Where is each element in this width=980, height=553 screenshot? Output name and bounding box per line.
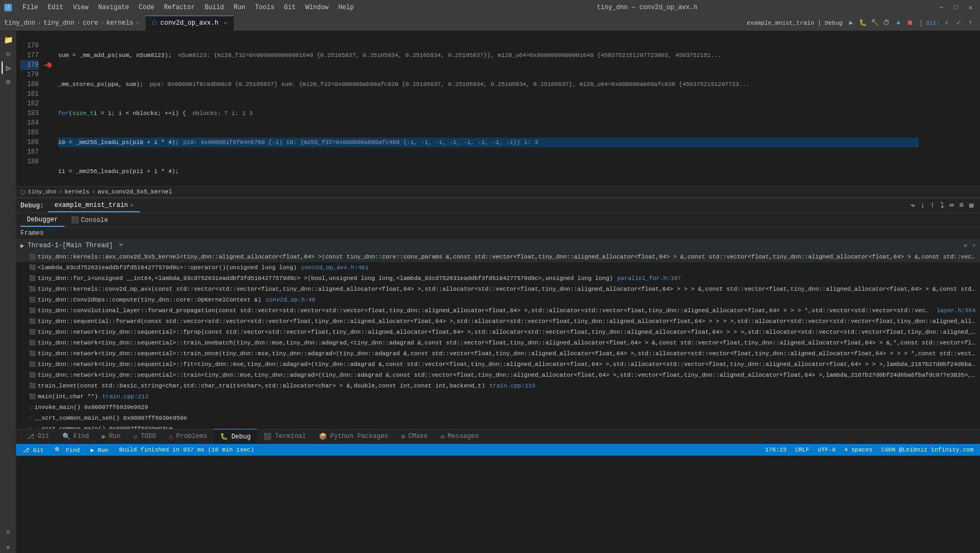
frame-11[interactable]: ⬛ tiny_dnn::network<tiny_dnn::sequential… [16,370,980,380]
breadcrumb-core[interactable]: core [83,19,98,27]
coverage-button[interactable]: ◈ [893,18,904,28]
menu-refactor[interactable]: Refactor [160,3,200,12]
tab-cmake[interactable]: ⚙ CMake [395,429,434,444]
bc-tiny-dnn[interactable]: tiny_dnn [28,189,56,195]
status-indent[interactable]: 4 spaces [842,447,875,453]
app-icon: J [4,4,12,11]
stop-button[interactable]: ⏹ [905,18,915,28]
code-content[interactable]: sum = _mm_add_ps(sum, nSum8123); nSum812… [54,31,980,186]
debug-frames-content[interactable]: ▶ Thread-1-[Main Thread] ⊕ + ⬛ tiny_dnn:… [16,240,980,429]
tab-run[interactable]: ▶ Run [95,429,127,444]
build-button[interactable]: 🔨 [869,18,880,28]
frame-14[interactable]: □ invoke_main() 0x00007ff6939e9629 [16,402,980,413]
frame-4[interactable]: ⬛ tiny_dnn::Conv2dOps::compute(tiny_dnn:… [16,295,980,305]
debug-evaluate[interactable]: ⌨ [947,201,956,210]
git-check1[interactable]: ✓ [941,18,952,28]
status-run[interactable]: ▶ Run [88,447,110,454]
frame-loc-12: train.cpp:115 [489,383,536,389]
menu-navigate[interactable]: Navigate [94,3,133,12]
profile-button[interactable]: ⏱ [881,18,892,28]
minimize-button[interactable]: ─ [936,4,946,11]
menu-file[interactable]: File [18,3,42,12]
activity-structure[interactable]: ≡ [2,526,15,539]
debug-vars-view[interactable]: ⊞ [967,201,976,210]
debug-step-into[interactable]: ↓ [918,201,927,210]
activity-commit[interactable]: ⊙ [2,47,15,60]
frame-5[interactable]: ⬛ tiny_dnn::convolutional_layer::forward… [16,305,980,316]
window-controls[interactable]: ─ □ ✕ [936,4,976,12]
frame-16[interactable]: □ __scrt_common_main() 0x00007ff6939e93c… [16,423,980,429]
tab-terminal[interactable]: ⬛ Terminal [257,429,313,444]
frame-6[interactable]: ⬛ tiny_dnn::sequential::forward(const st… [16,316,980,327]
bc-function[interactable]: avx_conv2d_5x5_kernel [97,189,172,195]
tab-python-packages[interactable]: 📦 Python Packages [313,429,395,444]
frame-2[interactable]: ⬛ tiny_dnn::for_i<unsigned __int64,<lamb… [16,273,980,284]
arrow-indicator: → [43,62,47,68]
menu-window[interactable]: Window [301,3,333,12]
frame-expand-right[interactable]: ⊕ [964,242,967,249]
tab-conv2d-op-avx[interactable]: ⬡ conv2d_op_avx.h ✕ [146,16,234,31]
menu-run[interactable]: Run [229,3,250,12]
tab-messages[interactable]: ✉ Messages [434,429,485,444]
thread-main[interactable]: ▶ Thread-1-[Main Thread] ⊕ + [16,240,980,252]
frame-9[interactable]: ⬛ tiny_dnn::network<tiny_dnn::sequential… [16,348,980,359]
status-position[interactable]: 176:23 [763,447,789,453]
menu-code[interactable]: Code [134,3,159,12]
git-check2[interactable]: ✓ [953,18,964,28]
activity-favorites[interactable]: ★ [2,540,15,553]
close-button[interactable]: ✕ [965,4,976,12]
frame-10[interactable]: ⬛ tiny_dnn::network<tiny_dnn::sequential… [16,359,980,370]
status-encoding[interactable]: UTF-8 [816,447,838,453]
run-controls[interactable]: example_mnist_train | Debug ▶ 🐛 🔨 ⏱ ◈ ⏹ … [747,18,976,28]
activity-plugins[interactable]: ⊞ [2,75,15,88]
menu-tools[interactable]: Tools [251,3,279,12]
frame-icon-3: ⬛ [29,286,35,292]
tab-console[interactable]: ⬛ Console [65,214,115,226]
tab-todo[interactable]: ☑ TODO [127,429,162,444]
breadcrumb-tiny-dnn[interactable]: tiny_dnn [4,19,35,27]
debug-step-over[interactable]: ↷ [908,201,917,210]
breadcrumb-tiny-dnn2[interactable]: tiny_dnn [44,19,75,27]
debug-step-out[interactable]: ↑ [928,201,936,210]
menu-view[interactable]: View [69,3,93,12]
frame-3[interactable]: ⬛ tiny_dnn::kernels::conv2d_op_avx(const… [16,284,980,295]
frame-0[interactable]: ⬛ tiny_dnn::kernels::avx_conv2d_5x5_kern… [16,252,980,262]
tab-debug[interactable]: 🐛 Debug [214,429,257,444]
activity-debug[interactable]: ▷ [2,61,15,74]
breakpoint-marker[interactable] [47,62,52,68]
tab-problems[interactable]: ⚠ Problems [162,429,214,444]
frame-13[interactable]: ⬛ main(int,char **) train.cpp:212 [16,391,980,402]
maximize-button[interactable]: □ [951,4,961,11]
frame-plus[interactable]: + [972,243,976,249]
menu-build[interactable]: Build [200,3,228,12]
tab-find[interactable]: 🔍 Find [56,429,96,444]
frame-8[interactable]: ⬛ tiny_dnn::network<tiny_dnn::sequential… [16,337,980,348]
frame-icon-0: ⬛ [29,254,35,260]
bc-kernels[interactable]: kernels [65,189,89,195]
menu-help[interactable]: Help [334,3,358,12]
git-arrow[interactable]: ↑ [965,18,976,28]
debug-frames-view[interactable]: ≡ [957,201,965,210]
debug-button[interactable]: 🐛 [857,18,868,28]
run-button[interactable]: ▶ [846,18,856,28]
frame-7[interactable]: ⬛ tiny_dnn::network<tiny_dnn::sequential… [16,327,980,337]
status-find[interactable]: 🔍 Find [52,447,82,454]
menu-git[interactable]: Git [280,3,300,12]
tab-debugger[interactable]: Debugger [20,214,65,227]
frame-15[interactable]: □ __scrt_common_main_seh() 0x00007ff6939… [16,413,980,423]
menu-edit[interactable]: Edit [44,3,68,12]
frame-12[interactable]: ⬛ train_lenet(const std::basic_string<ch… [16,380,980,391]
status-git[interactable]: ⎇ Git [20,447,46,454]
frame-1[interactable]: ⬛ <lambda_93cd752631eaddbf3fd5164277579d… [16,262,980,273]
status-crlf[interactable]: CRLF [793,447,811,453]
activity-project[interactable]: 📁 [2,33,15,46]
session-close[interactable]: ✕ [130,202,133,209]
debug-run-cursor[interactable]: ⤵ [938,201,946,210]
tab-close-icon[interactable]: ✕ [224,20,227,26]
tab-git[interactable]: ⎇ Git [20,429,56,444]
expand-icon[interactable] [118,242,124,249]
frame-loc-2: parallel_for.h:187 [617,275,681,282]
debugger-session-tab[interactable]: example_mnist_train ✕ [48,199,140,212]
breadcrumb-kernels[interactable]: kernels [106,19,133,27]
menu-bar[interactable]: File Edit View Navigate Code Refactor Bu… [18,3,358,12]
